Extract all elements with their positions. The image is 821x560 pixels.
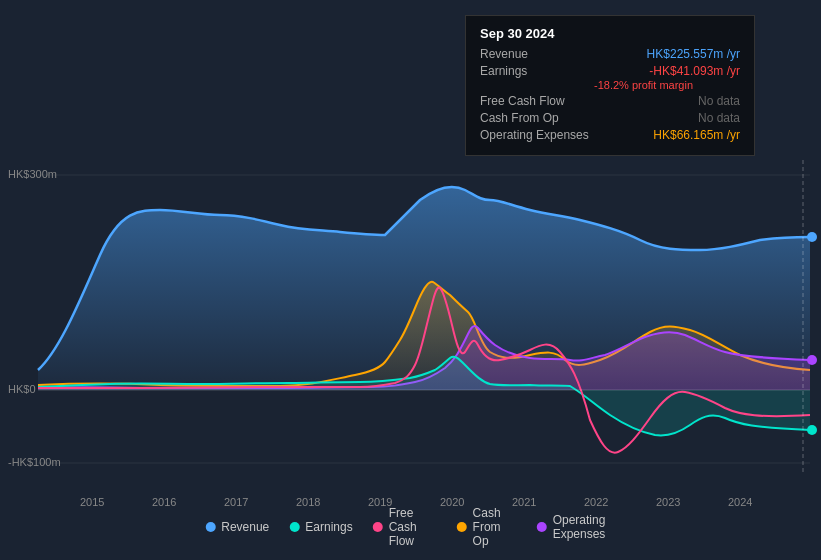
legend-label-earnings: Earnings <box>305 520 352 534</box>
tooltip-row-fcf: Free Cash Flow No data <box>480 94 740 108</box>
chart-legend: Revenue Earnings Free Cash Flow Cash Fro… <box>205 506 616 548</box>
legend-dot-earnings <box>289 522 299 532</box>
legend-label-cashfromop: Cash From Op <box>473 506 517 548</box>
y-label-0: HK$0 <box>8 383 36 395</box>
legend-label-opexp: Operating Expenses <box>553 513 616 541</box>
legend-label-revenue: Revenue <box>221 520 269 534</box>
tooltip-row-cashfromop: Cash From Op No data <box>480 111 740 125</box>
tooltip-date: Sep 30 2024 <box>480 26 740 41</box>
legend-item-opexp[interactable]: Operating Expenses <box>537 513 616 541</box>
legend-dot-cashfromop <box>457 522 467 532</box>
legend-dot-opexp <box>537 522 547 532</box>
tooltip-label-opexp: Operating Expenses <box>480 128 590 142</box>
legend-dot-revenue <box>205 522 215 532</box>
legend-label-fcf: Free Cash Flow <box>389 506 437 548</box>
tooltip-label-cashfromop: Cash From Op <box>480 111 590 125</box>
svg-point-2 <box>807 355 817 365</box>
svg-point-0 <box>807 232 817 242</box>
tooltip-value-earnings: -HK$41.093m /yr <box>649 64 740 78</box>
x-label-2023: 2023 <box>656 496 680 508</box>
tooltip-value-cashfromop: No data <box>698 111 740 125</box>
tooltip-label-fcf: Free Cash Flow <box>480 94 590 108</box>
tooltip-value-fcf: No data <box>698 94 740 108</box>
x-label-2015: 2015 <box>80 496 104 508</box>
tooltip-row-revenue: Revenue HK$225.557m /yr <box>480 47 740 61</box>
tooltip-label-revenue: Revenue <box>480 47 590 61</box>
chart-container: HK$300m HK$0 -HK$100m 2015 2016 2017 201… <box>0 0 821 560</box>
legend-item-earnings[interactable]: Earnings <box>289 520 352 534</box>
legend-item-fcf[interactable]: Free Cash Flow <box>373 506 437 548</box>
legend-item-revenue[interactable]: Revenue <box>205 520 269 534</box>
tooltip-row-opexp: Operating Expenses HK$66.165m /yr <box>480 128 740 142</box>
tooltip-panel: Sep 30 2024 Revenue HK$225.557m /yr Earn… <box>465 15 755 156</box>
legend-dot-fcf <box>373 522 383 532</box>
svg-point-1 <box>807 425 817 435</box>
x-label-2024: 2024 <box>728 496 752 508</box>
x-label-2016: 2016 <box>152 496 176 508</box>
y-label-300: HK$300m <box>8 168 57 180</box>
profit-margin-text: -18.2% profit margin <box>594 79 740 91</box>
tooltip-label-earnings: Earnings <box>480 64 590 78</box>
legend-item-cashfromop[interactable]: Cash From Op <box>457 506 517 548</box>
y-label-neg100: -HK$100m <box>8 456 61 468</box>
tooltip-value-revenue: HK$225.557m /yr <box>647 47 740 61</box>
tooltip-row-earnings: Earnings -HK$41.093m /yr <box>480 64 740 78</box>
tooltip-value-opexp: HK$66.165m /yr <box>653 128 740 142</box>
